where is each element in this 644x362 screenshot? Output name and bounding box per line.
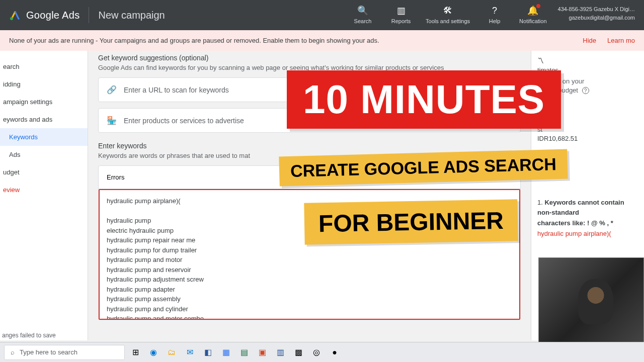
storefront-icon: 🏪	[107, 116, 117, 125]
taskbar-search[interactable]: ⌕ Type here to search	[4, 345, 125, 360]
sidebar-item[interactable]: earch	[0, 58, 88, 75]
logo[interactable]: Google Ads	[9, 9, 79, 21]
tools-button[interactable]: 🛠Tools and settings	[426, 5, 470, 25]
reports-icon: ▥	[397, 5, 406, 16]
search-icon: ⌕	[11, 348, 15, 356]
help-icon: ?	[492, 5, 497, 16]
top-icon-group: 🔍Search ▥Reports 🛠Tools and settings ?He…	[349, 5, 635, 25]
chart-icon: 〽	[537, 57, 638, 64]
overlay-headline: 10 MINUTES	[287, 70, 561, 129]
suggestion-title: Get keyword suggestions (optional)	[98, 54, 521, 62]
tools-icon: 🛠	[443, 5, 452, 16]
sidebar-item[interactable]: eview	[0, 181, 88, 199]
alert-bar: None of your ads are running - Your camp…	[0, 30, 644, 51]
help-button[interactable]: ?Help	[481, 5, 508, 25]
app-icon-3[interactable]: ▩	[291, 345, 306, 360]
error-detail: 1. Keywords cannot contain non-standard …	[537, 198, 638, 239]
app-icon-2[interactable]: ▦	[218, 345, 233, 360]
error-keyword: hydraulic pump airplane)(	[537, 230, 611, 237]
sidebar-item[interactable]: udget	[0, 163, 88, 181]
cost-value: IDR10,682.51	[537, 135, 638, 142]
alert-hide-button[interactable]: Hide	[583, 37, 596, 44]
reports-button[interactable]: ▥Reports	[387, 5, 415, 25]
help-circle-icon[interactable]: ?	[582, 87, 589, 94]
divider	[89, 7, 89, 23]
sidebar-item[interactable]: eywords and ads	[0, 111, 88, 128]
alert-bold: None of your ads are running	[9, 37, 94, 44]
account-email: gazebuxdigital@gmail.com	[558, 14, 635, 22]
app-icon[interactable]: ◧	[200, 345, 215, 360]
google-ads-icon	[9, 9, 21, 21]
account-info[interactable]: 434-856-3925 Gazebu X Digi… gazebuxdigit…	[558, 5, 635, 22]
sidebar: earchiddingampaign settingseywords and a…	[0, 51, 88, 340]
taskbar: ⌕ Type here to search ⊞ ◉ 🗂 ✉ ◧ ▦ ▤ ▣ ▥ …	[0, 342, 644, 362]
excel-icon[interactable]: ▤	[236, 345, 252, 360]
sidebar-item[interactable]: Keywords	[0, 128, 88, 146]
edge-icon[interactable]: ◉	[146, 345, 161, 360]
webcam-overlay	[538, 257, 644, 343]
obs-icon[interactable]: ●	[327, 345, 342, 360]
notifications-button[interactable]: 🔔Notification	[519, 5, 546, 25]
link-icon: 🔗	[107, 85, 117, 95]
notifications-icon: 🔔	[527, 5, 538, 16]
page-title: New campaign	[98, 10, 165, 21]
taskbar-search-placeholder: Type here to search	[20, 348, 77, 356]
product-placeholder: Enter products or services to advertise	[124, 117, 244, 125]
search-button[interactable]: 🔍Search	[349, 5, 376, 25]
mail-icon[interactable]: ✉	[182, 345, 197, 360]
account-id: 434-856-3925 Gazebu X Digi…	[558, 5, 635, 14]
word-icon[interactable]: ▥	[273, 345, 288, 360]
sidebar-item[interactable]: ampaign settings	[0, 93, 88, 111]
sidebar-item[interactable]: Ads	[0, 146, 88, 163]
save-status: anges failed to save	[2, 332, 56, 339]
alert-text: - Your campaigns and ad groups are pause…	[94, 37, 379, 44]
sidebar-item[interactable]: idding	[0, 75, 88, 93]
enter-keywords-title: Enter keywords	[98, 142, 521, 150]
url-placeholder: Enter a URL to scan for keywords	[124, 86, 229, 94]
svg-point-0	[10, 17, 13, 20]
file-explorer-icon[interactable]: 🗂	[164, 345, 179, 360]
overlay-sub2: FOR BEGINNER	[304, 199, 518, 244]
chrome-icon[interactable]: ◎	[309, 345, 324, 360]
powerpoint-icon[interactable]: ▣	[255, 345, 270, 360]
errors-label: Errors	[107, 173, 124, 181]
search-icon: 🔍	[357, 5, 368, 16]
task-view-icon[interactable]: ⊞	[128, 345, 143, 360]
top-bar: Google Ads New campaign 🔍Search ▥Reports…	[0, 0, 644, 30]
alert-learn-button[interactable]: Learn mo	[607, 37, 635, 44]
brand-text: Google Ads	[26, 10, 79, 21]
